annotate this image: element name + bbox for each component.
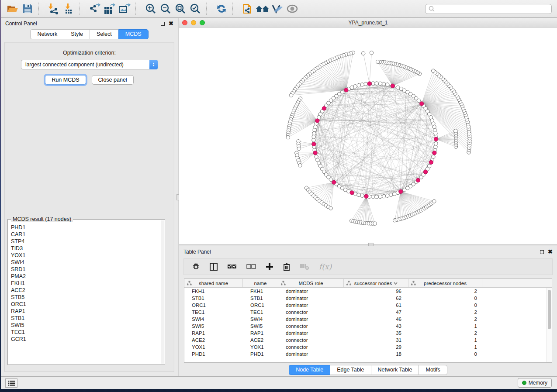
network-graph[interactable] [179,28,557,244]
table-row[interactable]: FKH1FKH1dominator962 [184,288,552,295]
save-session-icon[interactable] [20,2,35,15]
mcds-result-item[interactable]: ACE2 [9,287,160,294]
window-close-icon[interactable] [182,20,187,25]
mcds-result-item[interactable]: ORC1 [9,301,160,308]
memory-label: Memory [529,380,547,386]
zoom-out-icon[interactable] [158,2,173,15]
mcds-result-item[interactable]: PHD1 [9,224,160,231]
shared-column-icon [281,281,286,285]
network-canvas[interactable] [179,28,557,244]
mcds-result-item[interactable]: STP4 [9,238,160,245]
table-scrollbar[interactable] [547,288,552,362]
table-row[interactable]: SWI4SWI4dominator462 [184,316,552,323]
table-row[interactable]: ACE2ACE2connector311 [184,337,552,344]
function-builder-icon[interactable]: f(x) [319,262,332,271]
window-maximize-icon[interactable] [200,20,205,25]
mcds-result-list[interactable]: PHD1CAR1STP4TID3YOX1SWI4SRD1PMA2FKH1ACE2… [9,224,160,364]
mcds-result-item[interactable]: SWI5 [9,322,160,329]
close-panel-icon[interactable]: ✖ [548,250,553,254]
column-header-name[interactable]: name [243,279,278,287]
optimization-criterion-label: Optimization criterion: [5,50,174,56]
criterion-dropdown[interactable]: largest connected component (undirected)… [21,60,158,69]
mcds-result-item[interactable]: STB1 [9,315,160,322]
zoom-in-icon[interactable] [143,2,158,15]
delete-column-trash-icon[interactable] [283,263,290,271]
table-cell: 1 [408,323,482,330]
mcds-result-item[interactable]: FKH1 [9,280,160,287]
table-cell: STB1 [243,295,278,302]
column-header-shared-name[interactable]: shared name [184,279,243,287]
network-from-document-icon[interactable] [240,2,255,15]
status-bar: Memory [1,376,557,389]
close-panel-button[interactable]: Close panel [92,75,134,85]
zoom-fit-icon[interactable] [173,2,188,15]
mcds-result-item[interactable]: STB5 [9,294,160,301]
export-image-icon[interactable] [117,2,132,15]
import-network-icon[interactable] [46,2,61,15]
tab-mcds[interactable]: MCDS [118,29,149,39]
float-panel-icon[interactable] [540,250,544,254]
search-input[interactable] [425,4,552,14]
mcds-result-item[interactable]: GCR1 [9,336,160,343]
zoom-selected-icon[interactable] [188,2,203,15]
run-mcds-button[interactable]: Run MCDS [45,75,86,85]
tab-select[interactable]: Select [90,29,118,39]
table-row[interactable]: TEC1TEC1connector472 [184,309,552,316]
table-row[interactable]: ORC1ORC1dominator610 [184,302,552,309]
mcds-result-item[interactable]: CAR1 [9,231,160,238]
memory-button[interactable]: Memory [518,378,552,388]
table-cell: 0 [408,295,482,302]
export-table-icon[interactable] [102,2,117,15]
tab-motifs[interactable]: Motifs [419,365,447,375]
table-settings-gear-icon[interactable] [192,263,200,271]
open-file-icon[interactable] [5,2,20,15]
import-table-icon[interactable] [61,2,76,15]
mcds-result-item[interactable]: SRD1 [9,266,160,273]
select-all-icon[interactable] [227,264,237,270]
table-cell: YOX1 [243,344,278,351]
mcds-result-item[interactable]: TEC1 [9,329,160,336]
window-minimize-icon[interactable] [191,20,196,25]
mcds-result-item[interactable]: SWI4 [9,259,160,266]
memory-status-icon [522,381,526,385]
mcds-result-item[interactable]: PMA2 [9,273,160,280]
column-header-mcds-role[interactable]: MCDS role [278,279,344,287]
table-cell: 61 [344,302,408,309]
close-panel-icon[interactable]: ✖ [169,21,173,26]
export-network-icon[interactable] [87,2,102,15]
table-cell: 47 [344,309,408,316]
table-row[interactable]: YOX1YOX1connector291 [184,344,552,351]
refresh-icon[interactable] [214,2,229,15]
mcds-result-item[interactable]: TID3 [9,245,160,252]
float-panel-icon[interactable] [161,22,165,26]
table-scrollbar-thumb[interactable] [548,290,551,329]
show-hide-panels-icon[interactable] [285,2,300,15]
delete-table-icon[interactable] [300,264,309,270]
splitter-handle[interactable] [368,243,374,246]
tab-node-table[interactable]: Node Table [289,365,330,375]
table-row[interactable]: STB1STB1dominator620 [184,295,552,302]
show-all-networks-icon[interactable] [255,2,270,15]
column-header-successor-nodes[interactable]: successor nodes [344,279,408,287]
table-row[interactable]: RAP1RAP1dominator352 [184,330,552,337]
tab-style[interactable]: Style [64,29,90,39]
toolbar-separator [80,3,84,15]
add-column-icon[interactable] [266,263,273,271]
table-cell: dominator [278,351,344,358]
tab-network-table[interactable]: Network Table [371,365,419,375]
mcds-result-item[interactable]: YOX1 [9,252,160,259]
table-row[interactable]: SWI5SWI5connector431 [184,323,552,330]
column-header-predecessor-nodes[interactable]: predecessor nodes [408,279,482,287]
network-window-titlebar[interactable]: YPA_prune.txt_1 [179,18,557,28]
table-cell: 2 [408,309,482,316]
tab-edge-table[interactable]: Edge Table [330,365,370,375]
vizmapper-icon[interactable] [270,2,285,15]
column-header-filler [482,279,552,287]
deselect-all-icon[interactable] [246,264,256,270]
task-history-button[interactable] [5,378,17,388]
mcds-result-item[interactable]: RAP1 [9,308,160,315]
mcds-list-scrollbar[interactable] [161,220,164,364]
tab-network[interactable]: Network [30,29,64,39]
show-columns-icon[interactable] [210,263,218,271]
table-row[interactable]: PHD1PHD1dominator180 [184,351,552,358]
